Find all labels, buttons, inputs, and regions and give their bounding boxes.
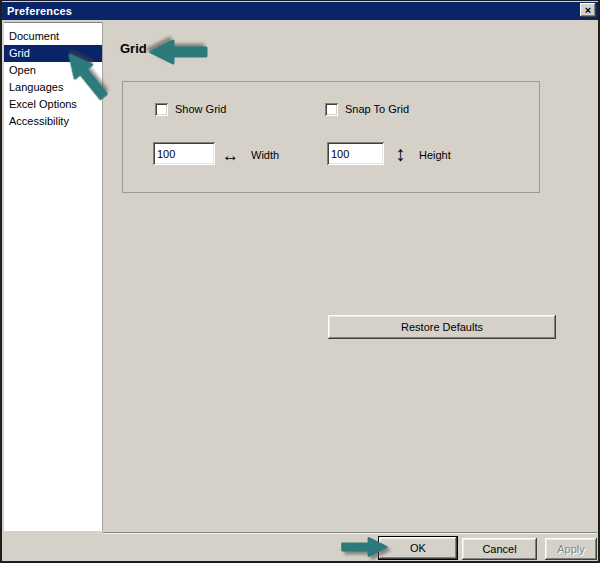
footer-divider [103, 532, 597, 534]
sidebar-item-document[interactable]: Document [4, 28, 102, 45]
close-x-icon: × [585, 4, 591, 16]
cancel-button[interactable]: Cancel [462, 538, 537, 560]
grid-width-input[interactable] [153, 142, 215, 165]
apply-button: Apply [545, 538, 597, 560]
window-title: Preferences [2, 5, 72, 17]
height-label: Height [419, 149, 451, 161]
grid-height-input[interactable] [327, 142, 384, 165]
close-button[interactable]: × [580, 3, 596, 17]
restore-defaults-button[interactable]: Restore Defaults [328, 315, 556, 339]
width-label: Width [251, 149, 279, 161]
grid-heading: Grid [120, 41, 147, 56]
up-down-arrow-icon: ↕ [395, 142, 406, 166]
snap-to-grid-checkbox[interactable] [325, 103, 338, 116]
annotation-arrow-grid-heading-icon [148, 39, 210, 65]
sidebar: Document Grid Open Languages Excel Optio… [4, 22, 103, 531]
grid-settings-groupbox: Show Grid Snap To Grid ↔ Width ↕ Height [122, 81, 540, 193]
sidebar-item-accessibility[interactable]: Accessibility [4, 113, 102, 130]
show-grid-checkbox[interactable] [155, 103, 168, 116]
ok-button[interactable]: OK [378, 536, 458, 560]
sidebar-item-excel-options[interactable]: Excel Options [4, 96, 102, 113]
preferences-dialog: Preferences × Document Grid Open Languag… [0, 0, 600, 563]
sidebar-item-grid[interactable]: Grid [4, 45, 102, 62]
show-grid-label: Show Grid [175, 103, 226, 116]
sidebar-item-open[interactable]: Open [4, 62, 102, 79]
sidebar-item-languages[interactable]: Languages [4, 79, 102, 96]
left-right-arrow-icon: ↔ [222, 147, 239, 164]
titlebar: Preferences × [2, 2, 598, 20]
snap-to-grid-label: Snap To Grid [345, 103, 409, 116]
